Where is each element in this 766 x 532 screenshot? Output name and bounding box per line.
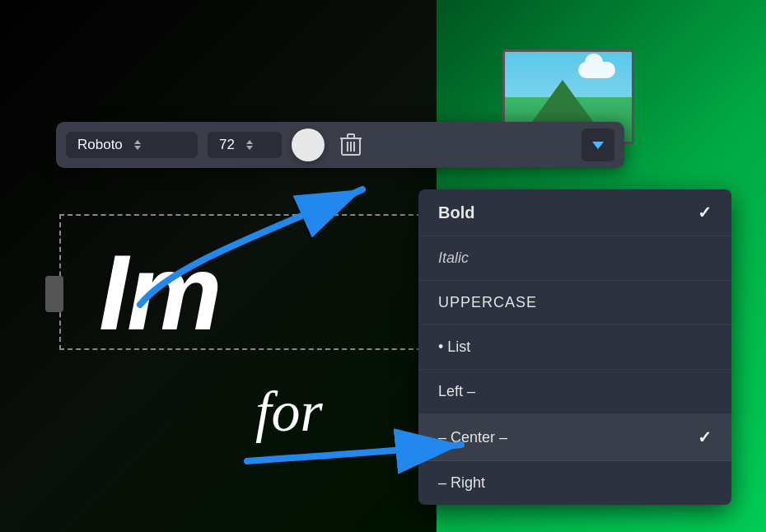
chevron-down-icon: [592, 142, 604, 149]
menu-item-uppercase-label: UPPERCASE: [438, 294, 537, 311]
delete-button[interactable]: [334, 128, 367, 161]
font-size-label: 72: [219, 137, 235, 153]
arrow-up-icon: [134, 140, 141, 144]
color-picker-button[interactable]: [292, 128, 325, 161]
thumbnail-cloud: [578, 62, 615, 78]
canvas-main-text: Im: [99, 239, 221, 346]
arrow-down-icon: [134, 146, 141, 150]
menu-item-center[interactable]: – Center – ✓: [418, 414, 731, 461]
size-select-arrows: [246, 140, 253, 150]
menu-item-list[interactable]: • List: [418, 325, 731, 370]
bold-checkmark: ✓: [698, 203, 712, 222]
font-select-arrows: [134, 140, 141, 150]
menu-item-bold-label: Bold: [438, 203, 474, 222]
menu-item-left-label: Left –: [438, 383, 475, 400]
size-arrow-down-icon: [246, 146, 253, 150]
slide-canvas: Im for: [0, 0, 437, 532]
resize-handle-left[interactable]: [45, 276, 63, 312]
menu-item-left[interactable]: Left –: [418, 370, 731, 414]
font-name-label: Roboto: [77, 137, 123, 153]
canvas-sub-text: for: [255, 379, 323, 445]
menu-item-list-label: • List: [438, 338, 470, 356]
thumbnail-mountain: [530, 80, 596, 125]
trash-icon: [340, 133, 362, 156]
menu-item-uppercase[interactable]: UPPERCASE: [418, 281, 731, 325]
menu-item-italic-label: Italic: [438, 250, 469, 267]
font-family-select[interactable]: Roboto: [66, 132, 198, 158]
center-checkmark: ✓: [698, 427, 712, 447]
font-size-select[interactable]: 72: [208, 132, 282, 158]
menu-item-right[interactable]: – Right: [418, 461, 731, 505]
size-arrow-up-icon: [246, 140, 253, 144]
style-dropdown-menu: Bold ✓ Italic UPPERCASE • List Left – – …: [418, 189, 731, 505]
svg-rect-2: [348, 134, 354, 138]
menu-item-bold[interactable]: Bold ✓: [418, 189, 731, 236]
style-dropdown-button[interactable]: [582, 128, 614, 161]
formatting-toolbar: Roboto 72: [56, 122, 624, 168]
menu-item-italic[interactable]: Italic: [418, 236, 731, 281]
menu-item-center-label: – Center –: [438, 429, 507, 446]
menu-item-right-label: – Right: [438, 474, 485, 492]
